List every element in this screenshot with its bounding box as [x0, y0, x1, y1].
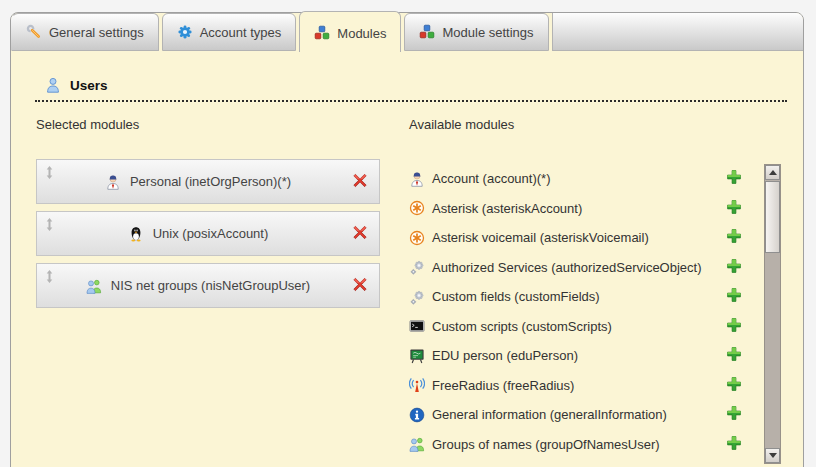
gear-gray-icon — [409, 289, 425, 305]
available-module-label: Custom fields (customFields) — [432, 289, 600, 304]
plus-icon — [726, 435, 742, 451]
wrench-icon — [26, 24, 42, 40]
available-module-row: General information (generalInformation) — [409, 400, 742, 430]
available-modules-scrollbar[interactable] — [764, 164, 781, 464]
remove-module-button[interactable] — [352, 172, 368, 191]
tab-label: General settings — [49, 25, 144, 40]
drag-handle[interactable] — [45, 270, 54, 286]
tux-icon — [128, 226, 144, 242]
plus-icon — [726, 405, 742, 421]
scroll-up-button[interactable] — [765, 165, 780, 180]
plus-icon — [726, 287, 742, 303]
tab-label: Module settings — [442, 25, 533, 40]
tab-module-settings[interactable]: Module settings — [404, 13, 548, 51]
tab-modules[interactable]: Modules — [299, 11, 401, 52]
tab-bar: General settingsAccount typesModulesModu… — [11, 13, 803, 51]
user-blue-icon — [45, 77, 61, 93]
selected-modules-list: Personal (inetOrgPerson)(*)Unix (posixAc… — [36, 159, 380, 315]
gear-blue-icon — [177, 24, 193, 40]
modules-icon — [314, 25, 330, 41]
available-module-row: Custom fields (customFields) — [409, 282, 742, 312]
add-module-button[interactable] — [726, 169, 742, 188]
users-section-heading: Users — [35, 77, 787, 102]
selected-module-label: NIS net groups (nisNetGroupUser) — [111, 278, 330, 293]
plus-icon — [726, 199, 742, 215]
add-module-button[interactable] — [726, 405, 742, 424]
available-modules-label: Available modules — [409, 117, 514, 132]
antenna-icon — [409, 377, 425, 393]
move-vertical-icon — [45, 270, 54, 283]
info-icon — [409, 407, 425, 423]
available-modules-list: Account (account)(*)Asterisk (asteriskAc… — [409, 164, 742, 459]
section-title: Users — [70, 78, 108, 93]
available-module-label: General information (generalInformation) — [432, 407, 667, 422]
plus-icon — [726, 346, 742, 362]
plus-icon — [726, 228, 742, 244]
available-module-row: Groups of names (groupOfNamesUser) — [409, 430, 742, 460]
scrollbar-thumb[interactable] — [765, 181, 780, 253]
group-icon — [409, 436, 425, 452]
plus-icon — [726, 317, 742, 333]
tab-general-settings[interactable]: General settings — [11, 13, 159, 51]
person-icon — [105, 174, 121, 190]
selected-module-label: Unix (posixAccount) — [153, 226, 289, 241]
available-module-label: Custom scripts (customScripts) — [432, 319, 612, 334]
modules-icon — [419, 24, 435, 40]
available-module-label: FreeRadius (freeRadius) — [432, 378, 574, 393]
plus-icon — [726, 376, 742, 392]
available-module-row: Asterisk voicemail (asteriskVoicemail) — [409, 223, 742, 253]
asterisk-icon — [409, 200, 425, 216]
tab-label: Modules — [337, 26, 386, 41]
plus-icon — [726, 258, 742, 274]
scroll-down-icon — [769, 453, 777, 458]
move-vertical-icon — [45, 218, 54, 231]
available-module-label: EDU person (eduPerson) — [432, 348, 578, 363]
plus-icon — [726, 169, 742, 185]
selected-modules-label: Selected modules — [36, 117, 139, 132]
available-module-label: Asterisk voicemail (asteriskVoicemail) — [432, 230, 649, 245]
selected-module-row-nis[interactable]: NIS net groups (nisNetGroupUser) — [36, 263, 380, 308]
available-module-label: Groups of names (groupOfNamesUser) — [432, 437, 660, 452]
asterisk-icon — [409, 230, 425, 246]
available-module-row: Custom scripts (customScripts) — [409, 312, 742, 342]
tab-account-types[interactable]: Account types — [162, 13, 297, 51]
available-module-row: Asterisk (asteriskAccount) — [409, 194, 742, 224]
available-module-label: Authorized Services (authorizedServiceOb… — [432, 260, 702, 275]
drag-handle[interactable] — [45, 218, 54, 234]
delete-x-icon — [352, 224, 368, 240]
available-module-row: Account (account)(*) — [409, 164, 742, 194]
remove-module-button[interactable] — [352, 276, 368, 295]
add-module-button[interactable] — [726, 435, 742, 454]
available-module-row: Authorized Services (authorizedServiceOb… — [409, 253, 742, 283]
selected-module-label: Personal (inetOrgPerson)(*) — [130, 174, 311, 189]
selected-module-row-personal[interactable]: Personal (inetOrgPerson)(*) — [36, 159, 380, 204]
settings-panel: General settingsAccount typesModulesModu… — [10, 12, 804, 467]
available-module-row: EDU person (eduPerson) — [409, 341, 742, 371]
tab-label: Account types — [200, 25, 282, 40]
move-vertical-icon — [45, 166, 54, 179]
scroll-up-icon — [769, 170, 777, 175]
add-module-button[interactable] — [726, 228, 742, 247]
person-icon — [409, 171, 425, 187]
group-icon — [86, 278, 102, 294]
terminal-icon — [409, 318, 425, 334]
panel-content: Users Selected modules Available modules… — [11, 51, 803, 467]
chalkboard-icon — [409, 348, 425, 364]
available-module-label: Account (account)(*) — [432, 171, 551, 186]
delete-x-icon — [352, 172, 368, 188]
add-module-button[interactable] — [726, 287, 742, 306]
add-module-button[interactable] — [726, 317, 742, 336]
available-module-row: FreeRadius (freeRadius) — [409, 371, 742, 401]
remove-module-button[interactable] — [352, 224, 368, 243]
available-module-label: Asterisk (asteriskAccount) — [432, 201, 582, 216]
add-module-button[interactable] — [726, 199, 742, 218]
tab-bar-filler — [552, 13, 803, 51]
drag-handle[interactable] — [45, 166, 54, 182]
selected-module-row-unix[interactable]: Unix (posixAccount) — [36, 211, 380, 256]
scroll-down-button[interactable] — [765, 448, 780, 463]
gear-gray-icon — [409, 259, 425, 275]
delete-x-icon — [352, 276, 368, 292]
add-module-button[interactable] — [726, 346, 742, 365]
add-module-button[interactable] — [726, 258, 742, 277]
add-module-button[interactable] — [726, 376, 742, 395]
